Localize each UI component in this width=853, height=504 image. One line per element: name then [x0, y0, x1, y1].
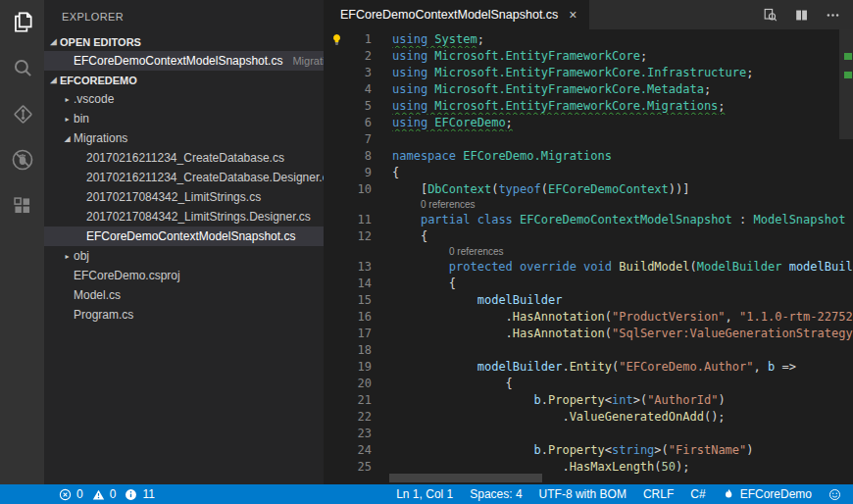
status-errors[interactable]: 0: [59, 487, 83, 501]
code-line-12[interactable]: {: [392, 228, 853, 245]
gutter: 19: [324, 359, 392, 376]
activitybar-item-debug[interactable]: [10, 147, 35, 173]
tab-close-icon[interactable]: ×: [569, 8, 577, 22]
token: ;: [746, 66, 753, 79]
item-label: 20170216211234_CreateDatabase.Designer.c…: [86, 171, 324, 184]
item-label: Model.cs: [74, 288, 121, 302]
token: "ProductVersion": [612, 310, 726, 324]
code-line-24[interactable]: b.Property<string>("FirstName"): [392, 442, 853, 459]
code-line-3[interactable]: using Microsoft.EntityFrameworkCore.Infr…: [392, 65, 853, 81]
horizontal-scrollbar[interactable]: [389, 474, 542, 482]
lightbulb-icon[interactable]: [330, 33, 343, 46]
code-line-18[interactable]: [392, 342, 853, 359]
status-label: Ln 1, Col 1: [396, 487, 453, 501]
code-line-9[interactable]: {: [392, 165, 853, 181]
gutter: 1: [324, 31, 392, 48]
code-line-22[interactable]: .ValueGeneratedOnAdd();: [392, 409, 853, 426]
codelens-row: 0 references: [324, 245, 853, 259]
token: HasAnnotation: [513, 310, 605, 324]
status-language-mode[interactable]: C#: [690, 487, 705, 501]
token: "FirstName": [669, 443, 746, 457]
token: modelBuilder: [477, 293, 563, 307]
open-preview-button[interactable]: [762, 7, 778, 24]
gutter: 9: [324, 165, 392, 181]
status-indentation[interactable]: Spaces: 4: [470, 487, 522, 501]
code-line-10[interactable]: [DbContext(typeof(EFCoreDemoContext))]: [392, 181, 853, 198]
code-line-11[interactable]: partial class EFCoreDemoContextModelSnap…: [392, 212, 853, 228]
tree-item-20170217084342-limitstrings-designer-cs[interactable]: 20170217084342_LimitStrings.Designer.cs: [44, 207, 324, 227]
code-line-21[interactable]: b.Property<int>("AuthorId"): [392, 392, 853, 409]
status-feedback[interactable]: [828, 488, 841, 501]
gutter: 8: [324, 148, 392, 165]
token: ;: [506, 116, 513, 129]
tab-efcoredemocontextmodelsnapshot[interactable]: EFCoreDemoContextModelSnapshot.cs ×: [324, 0, 589, 29]
code-line-17[interactable]: .HasAnnotation("SqlServer:ValueGeneratio…: [392, 326, 853, 342]
activitybar-item-extensions[interactable]: [10, 193, 35, 219]
tree-item-20170216211234-createdatabase-designer-cs[interactable]: 20170216211234_CreateDatabase.Designer.c…: [44, 168, 324, 187]
tree-item-migrations[interactable]: ◢Migrations: [44, 128, 324, 148]
activitybar-item-search[interactable]: [10, 55, 35, 80]
split-editor-button[interactable]: [793, 7, 810, 24]
token: override: [520, 260, 577, 274]
tree-item-model-cs[interactable]: Model.cs: [44, 285, 324, 305]
token: <: [605, 443, 612, 457]
codelens-row: 0 references: [324, 198, 853, 212]
code-line-16[interactable]: .HasAnnotation("ProductVersion", "1.1.0-…: [392, 309, 853, 326]
token: <: [605, 393, 612, 407]
gutter: 21: [324, 392, 392, 409]
code-row: 5using Microsoft.EntityFrameworkCore.Mig…: [324, 98, 853, 115]
tree-item-bin[interactable]: ▸bin: [44, 109, 324, 128]
tree-item-efcoredemocontextmodelsnapshot-cs[interactable]: EFCoreDemoContextModelSnapshot.cs: [44, 227, 324, 246]
status-label: 0: [110, 487, 117, 501]
status-cursor-position[interactable]: Ln 1, Col 1: [396, 487, 453, 501]
token: ModelSnapshot: [754, 213, 846, 227]
status-omnisharp-project[interactable]: EFCoreDemo: [723, 487, 812, 501]
code-line-4[interactable]: using Microsoft.EntityFrameworkCore.Meta…: [392, 81, 853, 98]
open-editor-efcoredemocontextmodelsnapshot-cs[interactable]: EFCoreDemoContextModelSnapshot.csMigrati…: [44, 51, 324, 71]
code-line-1[interactable]: using System;: [392, 31, 853, 48]
code-row: 18: [324, 342, 853, 359]
token: .: [392, 410, 570, 424]
status-encoding[interactable]: UTF-8 with BOM: [539, 487, 627, 501]
gutter: 16: [324, 309, 392, 326]
section-header-open-editors[interactable]: ◢OPEN EDITORS: [44, 32, 324, 51]
code-line-7[interactable]: [392, 131, 853, 148]
token: ,: [754, 360, 768, 374]
code-line-19[interactable]: modelBuilder.Entity("EFCoreDemo.Author",…: [392, 359, 853, 376]
code-line-20[interactable]: {: [392, 376, 853, 392]
tree-item-20170217084342-limitstrings-cs[interactable]: 20170217084342_LimitStrings.cs: [44, 187, 324, 207]
errors-icon: [59, 488, 72, 501]
tree-item--vscode[interactable]: ▸.vscode: [44, 89, 324, 109]
gutter: 10: [324, 181, 392, 198]
token: string: [612, 443, 654, 457]
code-line-15[interactable]: modelBuilder: [392, 292, 853, 309]
token: EFCoreDemo.Migrations: [463, 149, 612, 163]
status-eol[interactable]: CRLF: [643, 487, 674, 501]
token: HasAnnotation: [513, 327, 605, 340]
code-line-14[interactable]: {: [392, 276, 853, 292]
activitybar-item-source-control[interactable]: [10, 101, 35, 126]
code-line-13[interactable]: protected override void BuildModel(Model…: [392, 259, 853, 276]
code-line-2[interactable]: using Microsoft.EntityFrameworkCore;: [392, 48, 853, 65]
code-line-8[interactable]: namespace EFCoreDemo.Migrations: [392, 148, 853, 165]
status-warnings[interactable]: 0: [92, 487, 117, 501]
code-line-6[interactable]: using EFCoreDemo;: [392, 115, 853, 131]
code-area[interactable]: 1using System;2using Microsoft.EntityFra…: [324, 29, 853, 484]
gutter: 11: [324, 212, 392, 228]
tree-item-program-cs[interactable]: Program.cs: [44, 305, 324, 325]
code-line-5[interactable]: using Microsoft.EntityFrameworkCore.Migr…: [392, 98, 853, 115]
vertical-scrollbar[interactable]: [839, 29, 853, 139]
token: .: [541, 393, 548, 407]
tree-item-efcoredemo-csproj[interactable]: EFCoreDemo.csproj: [44, 266, 324, 285]
codelens-references[interactable]: 0 references: [392, 198, 853, 212]
codelens-references[interactable]: 0 references: [392, 245, 853, 259]
more-actions-button[interactable]: [825, 7, 841, 24]
code-line-23[interactable]: [392, 426, 853, 442]
tab-title: EFCoreDemoContextModelSnapshot.cs: [340, 8, 558, 22]
item-detail: Migrations: [292, 55, 324, 67]
status-infos[interactable]: 11: [125, 487, 154, 501]
activitybar-item-explorer[interactable]: [10, 9, 35, 34]
section-header-efcoredemo[interactable]: ◢EFCOREDEMO: [44, 71, 324, 89]
tree-item-20170216211234-createdatabase-cs[interactable]: 20170216211234_CreateDatabase.cs: [44, 148, 324, 168]
tree-item-obj[interactable]: ▸obj: [44, 246, 324, 266]
